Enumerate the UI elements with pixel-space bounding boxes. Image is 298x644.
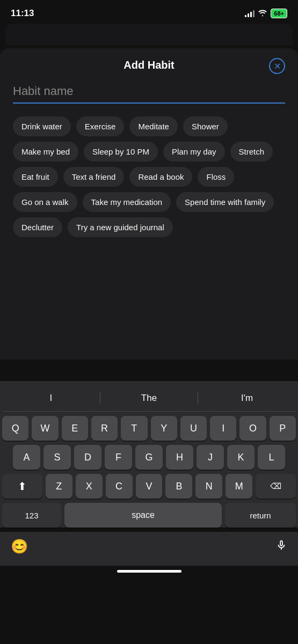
predictive-text-row: I The I'm (2, 386, 296, 412)
status-icons: 68+ (245, 9, 287, 18)
suggestion-chip[interactable]: Eat fruit (13, 167, 58, 187)
predictive-word-1[interactable]: I (2, 391, 100, 406)
key-t[interactable]: T (121, 416, 147, 441)
key-s[interactable]: S (43, 445, 71, 470)
key-g[interactable]: G (135, 445, 163, 470)
modal-keyboard-spacer (0, 360, 298, 381)
key-b[interactable]: B (165, 474, 192, 499)
key-d[interactable]: D (74, 445, 101, 470)
suggestion-chip[interactable]: Take my medication (83, 192, 171, 212)
signal-icon (245, 10, 255, 17)
suggestion-chip[interactable]: Plan my day (163, 142, 225, 162)
keyboard-row-1: QWERTYUIOP (2, 416, 296, 441)
key-k[interactable]: K (227, 445, 255, 470)
space-key[interactable]: space (64, 503, 222, 528)
status-time: 11:13 (11, 8, 34, 19)
keyboard-row-3: ⬆ ZXCVBNM⌫ (2, 474, 296, 499)
suggestion-chip[interactable]: Make my bed (13, 142, 78, 162)
habit-name-input[interactable] (13, 84, 285, 98)
key-q[interactable]: Q (2, 416, 28, 441)
key-u[interactable]: U (180, 416, 207, 441)
suggestion-chip[interactable]: Drink water (13, 116, 71, 136)
return-key[interactable]: return (225, 503, 296, 528)
habit-name-input-wrapper (13, 84, 285, 104)
suggestion-chip[interactable]: Stretch (230, 142, 273, 162)
home-bar (117, 570, 181, 573)
keyboard: I The I'm QWERTYUIOP ASDFGHJKL ⬆ ZXCVBNM… (0, 381, 298, 528)
suggestion-chip[interactable]: Exercise (76, 116, 125, 136)
shift-key[interactable]: ⬆ (2, 474, 42, 499)
key-f[interactable]: F (105, 445, 132, 470)
suggestion-chip[interactable]: Sleep by 10 PM (84, 142, 158, 162)
delete-key[interactable]: ⌫ (256, 474, 296, 499)
key-a[interactable]: A (13, 445, 40, 470)
predictive-word-2[interactable]: The (100, 391, 198, 406)
key-e[interactable]: E (62, 416, 88, 441)
predictive-word-3[interactable]: I'm (198, 391, 296, 406)
suggestions-container: Drink waterExerciseMeditateShowerMake my… (13, 116, 285, 237)
key-r[interactable]: R (91, 416, 118, 441)
key-l[interactable]: L (258, 445, 285, 470)
keyboard-bottom-accessory: 😊 (0, 532, 298, 566)
numbers-key[interactable]: 123 (2, 503, 61, 528)
suggestion-chip[interactable]: Text a friend (63, 167, 125, 187)
suggestion-chip[interactable]: Declutter (13, 217, 62, 237)
key-i[interactable]: I (210, 416, 236, 441)
key-j[interactable]: J (197, 445, 224, 470)
key-v[interactable]: V (136, 474, 163, 499)
close-button[interactable]: ✕ (269, 58, 285, 74)
key-y[interactable]: Y (151, 416, 177, 441)
keyboard-row-4: 123spacereturn (2, 503, 296, 528)
home-indicator (0, 566, 298, 579)
key-c[interactable]: C (106, 474, 133, 499)
key-h[interactable]: H (166, 445, 193, 470)
battery-icon: 68+ (271, 9, 287, 18)
suggestion-chip[interactable]: Meditate (129, 116, 178, 136)
emoji-icon[interactable]: 😊 (11, 538, 28, 555)
wifi-icon (258, 9, 267, 18)
key-n[interactable]: N (195, 474, 222, 499)
key-z[interactable]: Z (46, 474, 72, 499)
suggestion-chip[interactable]: Floss (198, 167, 234, 187)
microphone-icon[interactable] (275, 539, 287, 554)
suggestion-chip[interactable]: Go on a walk (13, 192, 77, 212)
key-w[interactable]: W (32, 416, 58, 441)
key-o[interactable]: O (239, 416, 266, 441)
key-m[interactable]: M (226, 474, 252, 499)
key-x[interactable]: X (76, 474, 103, 499)
modal-title: Add Habit (123, 59, 174, 71)
suggestion-chip[interactable]: Shower (183, 116, 228, 136)
suggestion-chip[interactable]: Spend time with family (176, 192, 274, 212)
modal-header: Add Habit ✕ (13, 59, 285, 71)
suggestion-chip[interactable]: Read a book (129, 167, 192, 187)
key-p[interactable]: P (270, 416, 296, 441)
prev-screen-peek (5, 24, 293, 45)
suggestion-chip[interactable]: Try a new guided journal (68, 217, 173, 237)
keyboard-row-2: ASDFGHJKL (2, 445, 296, 470)
add-habit-modal: Add Habit ✕ Drink waterExerciseMeditateS… (0, 48, 298, 360)
status-bar: 11:13 68+ (0, 0, 298, 24)
